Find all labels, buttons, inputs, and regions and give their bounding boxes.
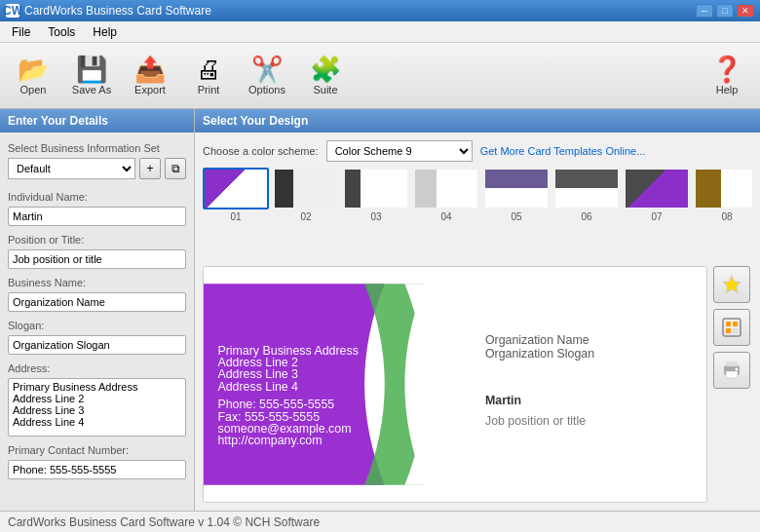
status-bar: CardWorks Business Card Software v 1.04 … (0, 511, 760, 532)
template-4[interactable]: 04 (413, 168, 479, 256)
open-icon: 📂 (18, 57, 49, 82)
right-panel-content: Choose a color scheme: Color Scheme 9 Co… (195, 133, 760, 511)
thumbnail-02[interactable] (273, 168, 339, 209)
help-button[interactable]: ❓ Help (700, 48, 754, 104)
options-icon: ✂️ (251, 57, 283, 82)
thumb-num-06: 06 (581, 211, 591, 222)
template-thumbnails: 01 02 03 (203, 168, 752, 260)
star-icon (721, 274, 742, 295)
preview-row: Primary Business Address Address Line 2 … (203, 266, 752, 503)
save-as-icon: 💾 (76, 57, 107, 82)
template-5[interactable]: 05 (483, 168, 550, 256)
suite-icon: 🧩 (310, 57, 341, 82)
menu-file[interactable]: File (4, 23, 38, 41)
card-preview-svg: Primary Business Address Address Line 2 … (204, 267, 706, 502)
title-bar: CW CardWorks Business Card Software ─ □ … (0, 0, 760, 21)
thumbnail-08[interactable] (694, 168, 752, 209)
template-2[interactable]: 02 (273, 168, 339, 256)
thumb-num-08: 08 (721, 211, 732, 222)
svg-point-22 (736, 368, 739, 371)
more-templates-link[interactable]: Get More Card Templates Online... (480, 145, 646, 157)
right-panel-header: Select Your Design (195, 109, 760, 133)
menu-bar: File Tools Help (0, 21, 760, 43)
menu-help[interactable]: Help (85, 23, 125, 41)
minimize-button[interactable]: ─ (696, 4, 713, 18)
svg-text:Organization Name: Organization Name (485, 333, 589, 347)
svg-text:Address Line 4: Address Line 4 (217, 380, 298, 394)
name-input[interactable] (8, 207, 186, 226)
thumb-num-01: 01 (230, 211, 241, 222)
svg-rect-15 (726, 322, 731, 326)
open-label: Open (20, 84, 47, 95)
select-set-row: Default + ⧉ (8, 158, 186, 179)
favorites-button[interactable] (713, 266, 750, 303)
app-icon: CW (6, 4, 19, 18)
open-button[interactable]: 📂 Open (6, 48, 60, 104)
left-panel: Enter Your Details Select Business Infor… (0, 109, 195, 511)
business-label: Business Name: (8, 277, 186, 288)
thumbnail-01[interactable] (203, 168, 269, 209)
edit-button[interactable] (713, 309, 750, 346)
options-button[interactable]: ✂️ Options (240, 48, 294, 104)
position-input[interactable] (8, 249, 186, 269)
thumbnail-07[interactable] (624, 168, 690, 209)
svg-marker-13 (723, 276, 741, 293)
help-icon: ❓ (711, 57, 742, 82)
add-set-button[interactable]: + (139, 158, 161, 179)
thumbnail-03[interactable] (343, 168, 409, 209)
status-text: CardWorks Business Card Software v 1.04 … (8, 515, 320, 529)
business-set-select[interactable]: Default (8, 158, 135, 179)
print-icon: 🖨 (196, 57, 221, 82)
card-preview: Primary Business Address Address Line 2 … (203, 266, 707, 503)
preview-buttons (713, 266, 752, 503)
address-textarea[interactable]: Primary Business Address Address Line 2 … (8, 378, 186, 437)
export-label: Export (134, 84, 166, 95)
template-8[interactable]: 08 (694, 168, 752, 256)
svg-rect-14 (723, 319, 741, 336)
template-7[interactable]: 07 (624, 168, 690, 256)
save-as-button[interactable]: 💾 Save As (64, 48, 119, 104)
thumbnail-scroll[interactable]: 01 02 03 (203, 168, 752, 260)
slogan-label: Slogan: (8, 320, 186, 331)
template-6[interactable]: 06 (553, 168, 620, 256)
print-label: Print (198, 84, 220, 95)
svg-rect-21 (726, 371, 738, 378)
copy-set-button[interactable]: ⧉ (165, 158, 186, 179)
app-title: CardWorks Business Card Software (24, 4, 211, 18)
thumbnail-05[interactable] (483, 168, 550, 209)
print-button[interactable]: 🖨 Print (181, 48, 236, 104)
business-input[interactable] (8, 292, 186, 312)
thumbnail-04[interactable] (413, 168, 479, 209)
position-label: Position or Title: (8, 234, 186, 246)
template-3[interactable]: 03 (343, 168, 409, 256)
svg-rect-17 (726, 328, 731, 333)
thumbnail-06[interactable] (553, 168, 620, 209)
svg-rect-16 (733, 322, 738, 326)
svg-text:http://company.com: http://company.com (217, 434, 322, 447)
svg-text:Martin: Martin (485, 394, 521, 407)
print-preview-icon (721, 360, 742, 381)
address-label: Address: (8, 362, 186, 374)
right-panel: Select Your Design Choose a color scheme… (195, 109, 760, 511)
options-label: Options (248, 84, 285, 95)
edit-icon (721, 317, 742, 338)
thumb-num-05: 05 (511, 211, 521, 222)
maximize-button[interactable]: □ (716, 4, 734, 18)
suite-button[interactable]: 🧩 Suite (298, 48, 353, 104)
phone-input[interactable] (8, 460, 186, 479)
suite-label: Suite (313, 84, 337, 95)
phone-label: Primary Contact Number: (8, 444, 186, 456)
close-button[interactable]: ✕ (737, 4, 754, 18)
color-scheme-select[interactable]: Color Scheme 9 Color Scheme 1 Color Sche… (326, 140, 473, 162)
slogan-input[interactable] (8, 335, 186, 355)
menu-tools[interactable]: Tools (40, 23, 83, 41)
main-content: Enter Your Details Select Business Infor… (0, 109, 760, 511)
select-set-label: Select Business Information Set (8, 142, 186, 154)
thumb-num-02: 02 (300, 211, 311, 222)
export-button[interactable]: 📤 Export (123, 48, 177, 104)
template-1[interactable]: 01 (203, 168, 269, 256)
svg-rect-20 (726, 361, 738, 366)
print-preview-button[interactable] (713, 352, 750, 389)
left-panel-content: Select Business Information Set Default … (0, 133, 194, 511)
svg-text:Organization Slogan: Organization Slogan (485, 347, 594, 361)
